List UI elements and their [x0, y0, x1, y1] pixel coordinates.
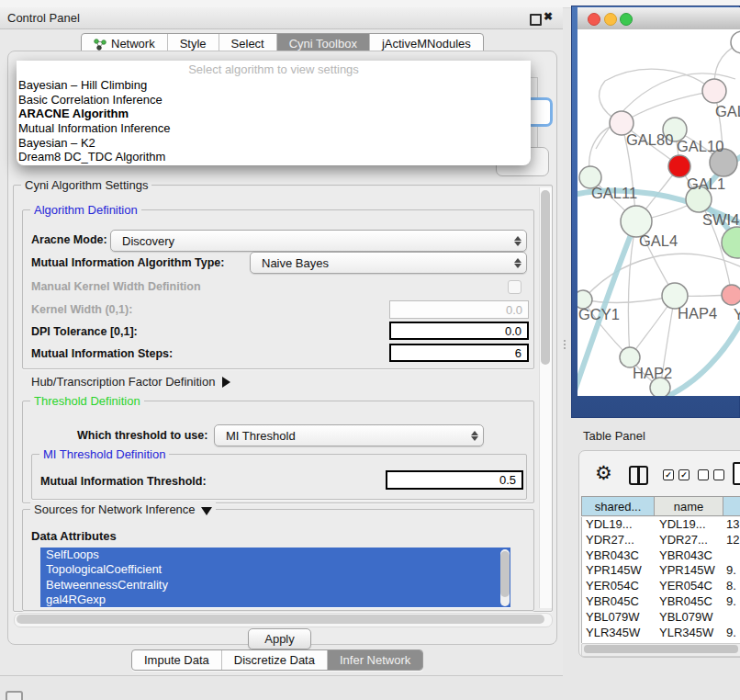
which-threshold-select[interactable]: MI Threshold — [214, 424, 484, 446]
table-row[interactable]: YPR145WYPR145W9. — [582, 563, 740, 579]
algorithm-option[interactable]: Basic Correlation Inference — [17, 93, 531, 107]
hub-definition-expander[interactable]: Hub/Transcription Factor Definition — [31, 375, 230, 389]
algorithm-option[interactable]: Mutual Information Inference — [17, 121, 531, 136]
table-cell[interactable]: YBL079W — [586, 610, 640, 626]
table-cell[interactable]: YBL079W — [659, 610, 713, 626]
close-icon[interactable]: ✖ — [544, 10, 553, 23]
table-cell[interactable]: YER054C — [586, 579, 639, 594]
column-header[interactable]: name — [655, 496, 723, 516]
dpi-tolerance-field[interactable]: 0.0 — [389, 322, 529, 340]
table-cell[interactable]: 8. — [726, 579, 736, 594]
network-node[interactable] — [731, 31, 740, 53]
scrollbar-thumb[interactable] — [500, 551, 510, 597]
table-cell[interactable]: YER054C — [659, 579, 712, 594]
mi-threshold-field[interactable]: 0.5 — [386, 470, 523, 490]
table-cell[interactable]: YDL19... — [586, 517, 633, 533]
tab-label: Discretize Data — [234, 650, 315, 670]
panel-splitter-handle[interactable] — [564, 340, 570, 349]
checked-checkbox-icon[interactable]: ✓ — [678, 469, 690, 480]
network-canvas[interactable]: GALGAL80GAL10GAL1GAL11SWI4GAL4GCY1HAP4YH… — [577, 29, 740, 396]
zoom-traffic-light-icon[interactable] — [620, 13, 633, 26]
settings-vertical-scrollbar[interactable] — [539, 187, 552, 608]
table-cell[interactable]: 9. — [726, 563, 736, 579]
table-row[interactable]: YBL079WYBL079W — [582, 610, 740, 626]
network-edge[interactable] — [622, 91, 714, 123]
table-cell[interactable]: YBR043C — [586, 548, 639, 564]
data-attribute-item[interactable]: gal4RGexp — [40, 593, 510, 607]
manual-kernel-checkbox[interactable] — [508, 280, 521, 294]
table-cell[interactable]: YPR145W — [659, 563, 715, 579]
table-cell[interactable]: 9. — [726, 594, 736, 610]
table-cell[interactable]: 9. — [726, 626, 736, 641]
table-cell[interactable]: YPR145W — [586, 563, 642, 579]
gear-icon[interactable]: ⚙ — [595, 462, 612, 484]
minimize-traffic-light-icon[interactable] — [604, 13, 617, 26]
table-cell[interactable]: YBR043C — [659, 548, 712, 564]
network-node-label: GAL — [715, 103, 740, 119]
tab-infer-network[interactable]: Infer Network — [327, 650, 422, 670]
table-cell[interactable]: YDL19... — [659, 517, 706, 533]
network-node-label: GAL11 — [591, 185, 637, 201]
network-edge[interactable] — [662, 312, 740, 396]
algorithm-option[interactable]: Dream8 DC_TDC Algorithm — [17, 150, 531, 164]
data-attribute-item[interactable]: BetweennessCentrality — [40, 578, 510, 593]
table-row[interactable]: YBR045CYBR045C9. — [582, 594, 740, 610]
column-header[interactable] — [723, 496, 740, 516]
close-traffic-light-icon[interactable] — [588, 13, 600, 26]
column-header[interactable]: shared... — [581, 496, 655, 516]
cyni-bottom-tabs: Impute Data Discretize Data Infer Networ… — [131, 649, 423, 671]
tab-impute-data[interactable]: Impute Data — [132, 650, 221, 670]
sources-expander[interactable]: Sources for Network Inference — [30, 502, 216, 516]
network-node-label: HAP4 — [678, 305, 717, 322]
aracne-mode-select[interactable]: Discovery — [110, 230, 527, 252]
algorithm-option[interactable]: Bayesian – Hill Climbing — [17, 78, 531, 93]
kernel-width-field[interactable]: 0.0 — [389, 300, 529, 319]
table-cell[interactable]: YDR27... — [586, 533, 634, 548]
table-row[interactable]: YBR043CYBR043C — [582, 548, 740, 564]
table-cell[interactable]: YBR045C — [586, 594, 639, 610]
unchecked-checkbox-icon[interactable] — [713, 469, 724, 480]
table-row[interactable]: YLR345WYLR345W9. — [582, 626, 740, 641]
data-attributes-list: SelfLoopsTopologicalCoefficientBetweenne… — [40, 548, 510, 608]
network-node[interactable] — [668, 155, 690, 177]
list-vertical-scrollbar[interactable] — [500, 549, 510, 606]
scrollbar-thumb[interactable] — [584, 645, 738, 653]
network-node-label: Y — [734, 306, 740, 322]
mi-steps-field[interactable]: 6 — [389, 344, 529, 362]
network-node[interactable] — [722, 285, 740, 305]
apply-button[interactable]: Apply — [248, 628, 311, 649]
network-window-titlebar[interactable] — [577, 7, 740, 30]
minimized-panel-icon[interactable] — [6, 691, 23, 700]
table-cell[interactable]: YLR345W — [586, 626, 640, 641]
table-cell[interactable]: YBR045C — [659, 594, 712, 610]
data-attribute-item[interactable]: SelfLoops — [40, 548, 510, 562]
tab-discretize-data[interactable]: Discretize Data — [221, 650, 327, 670]
network-node[interactable] — [722, 227, 740, 258]
mi-type-label: Mutual Information Algorithm Type: — [31, 256, 224, 269]
document-icon[interactable] — [733, 462, 740, 485]
network-view-window[interactable]: GALGAL80GAL10GAL1GAL11SWI4GAL4GCY1HAP4YH… — [571, 6, 740, 418]
data-attribute-item[interactable]: TopologicalCoefficient — [40, 562, 510, 577]
unchecked-checkbox-icon[interactable] — [698, 469, 709, 480]
scrollbar-thumb[interactable] — [541, 190, 550, 365]
table-horizontal-scrollbar[interactable] — [581, 643, 740, 657]
table-cell[interactable]: YLR345W — [659, 626, 713, 641]
checked-checkbox-icon[interactable]: ✓ — [663, 469, 674, 480]
settings-horizontal-scrollbar[interactable] — [14, 613, 553, 627]
table-cell[interactable]: 13 — [726, 517, 739, 533]
algorithm-option[interactable]: Bayesian – K2 — [17, 136, 531, 151]
mi-type-select[interactable]: Naive Bayes — [250, 252, 527, 274]
table-cell[interactable]: YDR27... — [659, 533, 708, 548]
sources-title: Sources for Network Inference — [34, 502, 196, 516]
float-panel-icon[interactable] — [530, 14, 542, 26]
network-node[interactable] — [702, 79, 726, 103]
scrollbar-thumb[interactable] — [17, 615, 544, 624]
group-title: Algorithm Definition — [30, 203, 141, 217]
algorithm-option[interactable]: ARACNE Algorithm — [17, 107, 531, 121]
network-edge[interactable] — [605, 69, 714, 91]
table-row[interactable]: YDL19...YDL19...13 — [582, 517, 740, 533]
table-cell[interactable]: 12 — [726, 533, 739, 548]
split-panel-icon[interactable] — [629, 466, 648, 485]
table-row[interactable]: YDR27...YDR27...12 — [582, 533, 740, 548]
table-row[interactable]: YER054CYER054C8. — [582, 579, 740, 594]
